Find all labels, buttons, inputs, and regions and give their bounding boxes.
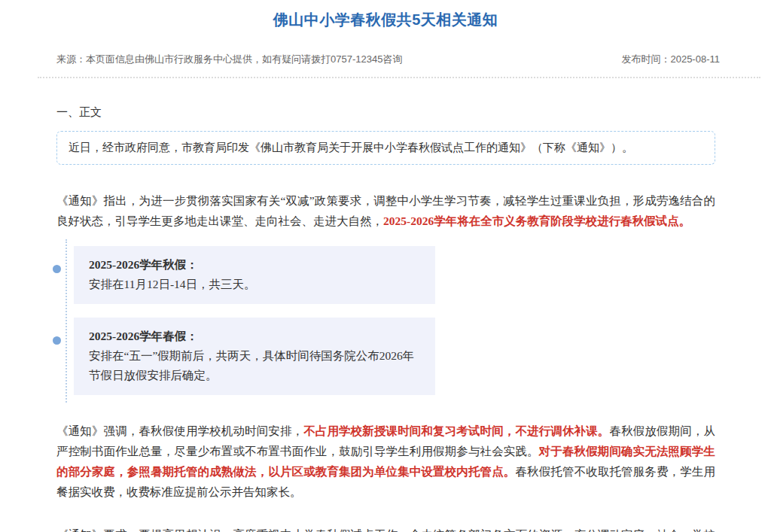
meta-row: 来源：本页面信息由佛山市行政服务中心提供，如有疑问请拨打0757-12345咨询… (0, 53, 771, 66)
timeline-dot-icon (53, 265, 61, 273)
autumn-holiday-text: 安排在11月12日-14日，共三天。 (89, 275, 420, 294)
publish-time: 发布时间：2025-08-11 (621, 53, 720, 66)
page-title: 佛山中小学春秋假共5天相关通知 (0, 0, 771, 30)
timeline-item-autumn: 2025-2026学年秋假： 安排在11月12日-14日，共三天。 (74, 246, 435, 304)
intro-text: 近日，经市政府同意，市教育局印发《佛山市教育局关于开展中小学春秋假试点工作的通知… (69, 141, 633, 154)
autumn-holiday-title: 2025-2026学年秋假： (89, 255, 420, 275)
dotted-separator (38, 77, 760, 78)
section-heading: 一、正文 (56, 105, 715, 120)
paragraph-2-part1: 《通知》强调，春秋假使用学校机动时间安排， (56, 424, 303, 437)
paragraph-1: 《通知》指出，为进一步贯彻落实国家有关“双减”政策要求，调整中小学生学习节奏，减… (56, 190, 715, 231)
holiday-timeline: 2025-2026学年秋假： 安排在11月12日-14日，共三天。 2025-2… (56, 246, 715, 395)
timeline-dot-icon (53, 336, 61, 345)
spring-holiday-text: 安排在“五一”假期前后，共两天，具体时间待国务院公布2026年节假日放假安排后确… (89, 346, 420, 385)
article-body: 一、正文 近日，经市政府同意，市教育局印发《佛山市教育局关于开展中小学春秋假试点… (0, 105, 771, 532)
paragraph-3: 《通知》要求，要提高思想认识，高度重视中小学春秋假试点工作，全力统筹各部门各方面… (56, 524, 715, 532)
paragraph-2: 《通知》强调，春秋假使用学校机动时间安排，不占用学校新授课时间和复习考试时间，不… (56, 421, 715, 502)
timeline-dotted-line (66, 239, 67, 403)
paragraph-2-highlight1: 不占用学校新授课时间和复习考试时间，不进行调休补课。 (303, 424, 609, 437)
paragraph-1-highlight: 2025-2026学年将在全市义务教育阶段学校进行春秋假试点。 (383, 214, 690, 227)
source-text: 来源：本页面信息由佛山市行政服务中心提供，如有疑问请拨打0757-12345咨询 (56, 53, 402, 66)
notice-page: 佛山中小学春秋假共5天相关通知 来源：本页面信息由佛山市行政服务中心提供，如有疑… (0, 0, 771, 532)
intro-quote-box: 近日，经市政府同意，市教育局印发《佛山市教育局关于开展中小学春秋假试点工作的通知… (56, 131, 715, 165)
timeline-item-spring: 2025-2026学年春假： 安排在“五一”假期前后，共两天，具体时间待国务院公… (74, 318, 435, 395)
spring-holiday-title: 2025-2026学年春假： (89, 327, 420, 346)
paragraph-3-text: 《通知》要求，要提高思想认识，高度重视中小学春秋假试点工作，全力统筹各部门各方面… (56, 528, 715, 532)
